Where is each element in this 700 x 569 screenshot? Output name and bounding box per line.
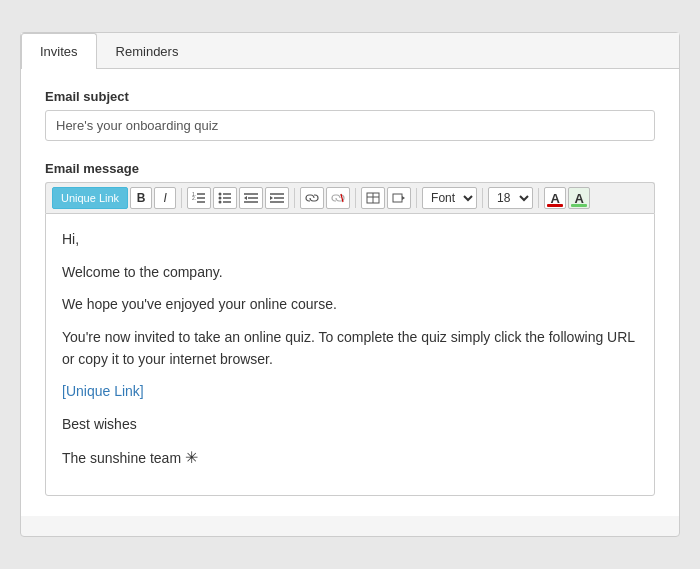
email-subject-label: Email subject: [45, 89, 655, 104]
separator-1: [181, 188, 182, 208]
main-panel: Invites Reminders Email subject Email me…: [20, 32, 680, 536]
separator-4: [416, 188, 417, 208]
video-button[interactable]: [387, 187, 411, 209]
svg-point-6: [219, 197, 222, 200]
editor-line-5: Best wishes: [62, 413, 638, 435]
separator-5: [482, 188, 483, 208]
remove-link-button[interactable]: [326, 187, 350, 209]
separator-6: [538, 188, 539, 208]
bold-button[interactable]: B: [130, 187, 152, 209]
email-subject-input[interactable]: [45, 110, 655, 141]
editor-line-2: Welcome to the company.: [62, 261, 638, 283]
unique-link-anchor[interactable]: [Unique Link]: [62, 383, 144, 399]
svg-marker-14: [244, 196, 247, 200]
editor-link-line: [Unique Link]: [62, 380, 638, 402]
tab-content: Email subject Email message Unique Link …: [21, 69, 679, 515]
highlight-color-button[interactable]: A: [568, 187, 590, 209]
separator-3: [355, 188, 356, 208]
outdent-button[interactable]: [239, 187, 263, 209]
email-message-section: Email message Unique Link B I 1.2.: [45, 161, 655, 495]
sunshine-icon: ✳: [185, 445, 198, 471]
unordered-list-button[interactable]: [213, 187, 237, 209]
svg-marker-18: [270, 196, 273, 200]
font-family-select[interactable]: Font: [422, 187, 477, 209]
svg-text:2.: 2.: [192, 195, 196, 201]
editor-line-4: You're now invited to take an online qui…: [62, 326, 638, 371]
editor-line-3: We hope you've enjoyed your online cours…: [62, 293, 638, 315]
svg-marker-24: [402, 196, 405, 200]
ordered-list-button[interactable]: 1.2.: [187, 187, 211, 209]
font-color-button[interactable]: A: [544, 187, 566, 209]
unique-link-button[interactable]: Unique Link: [52, 187, 128, 209]
font-size-select[interactable]: 18: [488, 187, 533, 209]
italic-button[interactable]: I: [154, 187, 176, 209]
editor-line-1: Hi,: [62, 228, 638, 250]
separator-2: [294, 188, 295, 208]
indent-button[interactable]: [265, 187, 289, 209]
tab-reminders[interactable]: Reminders: [97, 33, 198, 69]
editor-toolbar: Unique Link B I 1.2.: [45, 182, 655, 213]
email-editor[interactable]: Hi, Welcome to the company. We hope you'…: [45, 213, 655, 495]
svg-rect-23: [393, 194, 402, 202]
svg-point-5: [219, 193, 222, 196]
editor-line-6: The sunshine team ✳: [62, 445, 638, 471]
insert-table-button[interactable]: [361, 187, 385, 209]
insert-link-button[interactable]: [300, 187, 324, 209]
tab-invites[interactable]: Invites: [21, 33, 97, 69]
tab-bar: Invites Reminders: [21, 33, 679, 69]
svg-point-7: [219, 201, 222, 204]
email-message-label: Email message: [45, 161, 655, 176]
